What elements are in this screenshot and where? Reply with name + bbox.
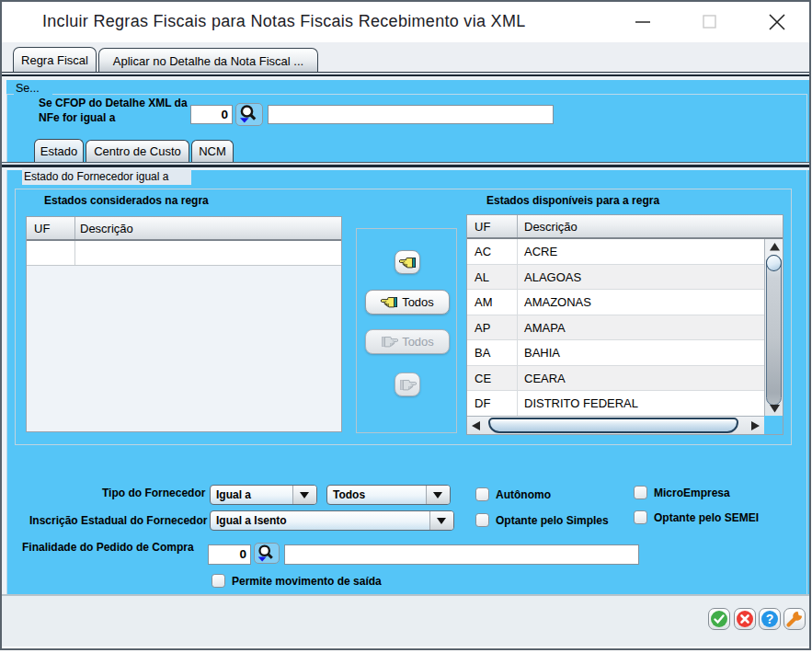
- svg-text:?: ?: [766, 612, 774, 626]
